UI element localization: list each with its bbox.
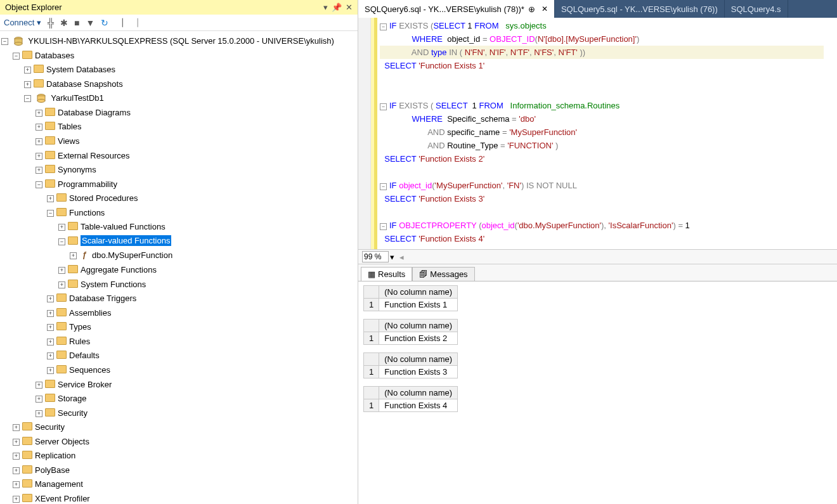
collapse-icon[interactable]: −: [24, 95, 31, 102]
table-row[interactable]: 1Function Exists 4: [364, 399, 458, 412]
expand-icon[interactable]: +: [47, 310, 54, 317]
expand-icon[interactable]: +: [47, 195, 54, 202]
table-row[interactable]: 1Function Exists 2: [364, 332, 458, 345]
synonyms-node[interactable]: Synonyms: [58, 165, 96, 174]
expand-icon[interactable]: +: [36, 124, 42, 131]
db-security-node[interactable]: Security: [58, 408, 88, 417]
expand-icon[interactable]: +: [47, 324, 54, 331]
row-header[interactable]: [364, 286, 379, 299]
testdb-node[interactable]: YarkulTestDb1: [51, 93, 104, 103]
programmability-node[interactable]: Programmability: [58, 179, 117, 188]
expand-icon[interactable]: +: [70, 252, 77, 259]
tab-sqlquery5[interactable]: SQLQuery5.sql - YK...VERSE\ykulish (76)): [555, 0, 725, 18]
code-text[interactable]: −IF EXISTS (SELECT 1 FROM sys.objects WH…: [377, 18, 824, 249]
sequences-node[interactable]: Sequences: [69, 365, 110, 375]
collapse-icon[interactable]: −: [36, 181, 42, 188]
expand-icon[interactable]: +: [47, 295, 54, 302]
object-tree[interactable]: − YKULISH-NB\YARKULSQLEXPRESS (SQL Serve…: [0, 31, 358, 504]
breakpoint-gutter[interactable]: [358, 18, 371, 249]
row-header[interactable]: [364, 353, 379, 366]
expand-icon[interactable]: +: [47, 367, 54, 374]
expand-icon[interactable]: +: [36, 410, 42, 417]
expand-icon[interactable]: +: [36, 138, 42, 145]
connect-button[interactable]: Connect ▾: [4, 18, 41, 27]
database-triggers-node[interactable]: Database Triggers: [69, 294, 136, 303]
zoom-dropdown-icon[interactable]: ▾: [390, 252, 394, 262]
refresh-icon[interactable]: ↻: [101, 18, 108, 28]
expand-icon[interactable]: +: [58, 224, 65, 231]
xevent-profiler-node[interactable]: XEvent Profiler: [35, 494, 90, 503]
tab-sqlquery4[interactable]: SQLQuery4.s: [725, 0, 788, 18]
expand-icon[interactable]: +: [13, 481, 20, 488]
table-row[interactable]: 1Function Exists 3: [364, 366, 458, 378]
result-sets[interactable]: (No column name) 1Function Exists 1 (No …: [358, 281, 837, 504]
pin-icon[interactable]: 📌: [332, 3, 342, 12]
expand-icon[interactable]: +: [47, 352, 54, 359]
stored-procedures-node[interactable]: Stored Procedures: [69, 193, 138, 203]
tables-node[interactable]: Tables: [58, 122, 82, 131]
collapse-icon[interactable]: −: [1, 38, 8, 45]
views-node[interactable]: Views: [58, 136, 79, 146]
collapse-icon[interactable]: −: [13, 53, 20, 60]
aggregate-functions-node[interactable]: Aggregate Functions: [81, 265, 157, 275]
collapse-icon[interactable]: −: [47, 210, 54, 217]
col-header[interactable]: (No column name): [379, 286, 458, 299]
mysuperfunction-node[interactable]: dbo.MySuperFunction: [92, 250, 172, 260]
server-objects-node[interactable]: Server Objects: [35, 436, 89, 446]
close-icon[interactable]: ✕: [346, 3, 353, 12]
security-node[interactable]: Security: [35, 422, 65, 432]
polybase-node[interactable]: PolyBase: [35, 465, 70, 474]
databases-node[interactable]: Databases: [35, 50, 74, 60]
expand-icon[interactable]: +: [13, 496, 20, 503]
expand-icon[interactable]: +: [36, 396, 42, 403]
disconnect-all-icon[interactable]: ✱: [60, 18, 68, 28]
system-functions-node[interactable]: System Functions: [81, 279, 146, 288]
expand-icon[interactable]: +: [36, 110, 42, 117]
close-tab-icon[interactable]: ✕: [542, 4, 548, 13]
defaults-node[interactable]: Defaults: [69, 351, 100, 360]
tab-sqlquery6[interactable]: SQLQuery6.sql - YK...VERSE\ykulish (78))…: [358, 0, 555, 18]
col-header[interactable]: (No column name): [379, 387, 458, 399]
expand-icon[interactable]: +: [13, 453, 20, 460]
external-resources-node[interactable]: External Resources: [58, 150, 129, 160]
expand-icon[interactable]: +: [13, 467, 20, 474]
db-diagrams-node[interactable]: Database Diagrams: [58, 107, 131, 117]
expand-icon[interactable]: +: [58, 267, 65, 274]
storage-node[interactable]: Storage: [58, 394, 87, 403]
scalar-valued-functions-node[interactable]: Scalar-valued Functions: [81, 235, 171, 246]
filter-icon[interactable]: ▼: [86, 18, 94, 28]
code-editor[interactable]: −IF EXISTS (SELECT 1 FROM sys.objects WH…: [358, 18, 837, 249]
management-node[interactable]: Management: [35, 479, 83, 489]
keep-open-icon[interactable]: ⊕: [528, 4, 535, 14]
dropdown-icon[interactable]: ▾: [323, 3, 328, 12]
expand-icon[interactable]: +: [58, 281, 65, 288]
expand-icon[interactable]: +: [36, 167, 42, 174]
functions-node[interactable]: Functions: [69, 207, 105, 217]
row-header[interactable]: [364, 320, 379, 332]
rules-node[interactable]: Rules: [69, 336, 90, 346]
expand-icon[interactable]: +: [13, 439, 20, 446]
types-node[interactable]: Types: [69, 322, 91, 332]
service-broker-node[interactable]: Service Broker: [58, 379, 112, 389]
expand-icon[interactable]: +: [13, 424, 20, 431]
col-header[interactable]: (No column name): [379, 320, 458, 332]
expand-icon[interactable]: +: [36, 382, 42, 389]
activity-icon[interactable]: ⎹⎸⎹: [115, 17, 138, 28]
zoom-input[interactable]: [362, 251, 389, 262]
expand-icon[interactable]: +: [24, 67, 31, 74]
replication-node[interactable]: Replication: [35, 451, 75, 460]
stop-icon[interactable]: ■: [74, 18, 79, 28]
col-header[interactable]: (No column name): [379, 353, 458, 366]
server-node[interactable]: − YKULISH-NB\YARKULSQLEXPRESS (SQL Serve…: [1, 34, 356, 48]
expand-icon[interactable]: +: [47, 339, 54, 346]
snapshots-node[interactable]: Database Snapshots: [46, 79, 123, 88]
tab-messages[interactable]: 🗐Messages: [412, 267, 474, 281]
expand-icon[interactable]: +: [24, 81, 31, 88]
scroll-left-icon[interactable]: ◂: [399, 252, 404, 262]
system-databases-node[interactable]: System Databases: [46, 65, 115, 74]
tab-results[interactable]: ▦Results: [361, 267, 412, 281]
assemblies-node[interactable]: Assemblies: [69, 307, 111, 317]
row-header[interactable]: [364, 387, 379, 399]
disconnect-icon[interactable]: ╬: [48, 18, 54, 28]
table-valued-functions-node[interactable]: Table-valued Functions: [81, 222, 165, 231]
